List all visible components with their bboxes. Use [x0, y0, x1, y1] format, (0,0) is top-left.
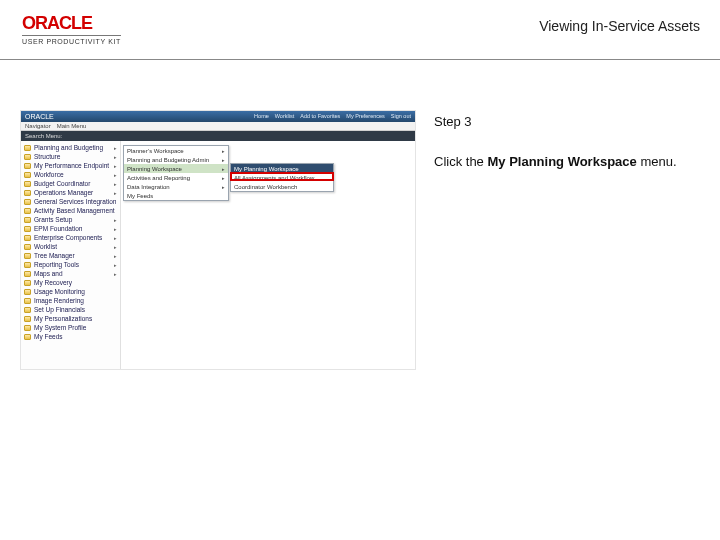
- left-menu-item[interactable]: Workforce▸: [23, 170, 118, 179]
- submenu-label: My Feeds: [127, 193, 153, 199]
- left-menu-item[interactable]: Maps and▸: [23, 269, 118, 278]
- chevron-right-icon: ▸: [114, 271, 117, 277]
- product-name: USER PRODUCTIVITY KIT: [22, 35, 121, 45]
- left-menu-item[interactable]: My Performance Endpoint▸: [23, 161, 118, 170]
- left-menu-label: Worklist: [34, 243, 57, 250]
- left-menu-item[interactable]: Planning and Budgeting▸: [23, 143, 118, 152]
- submenu-label: All Assignments and Workflow: [234, 175, 314, 181]
- left-menu-item[interactable]: Image Rendering: [23, 296, 118, 305]
- app-brand: ORACLE: [25, 113, 54, 120]
- left-menu-item[interactable]: Structure▸: [23, 152, 118, 161]
- submenu-item[interactable]: Planning Workspace▸: [124, 164, 228, 173]
- left-menu-label: Usage Monitoring: [34, 288, 85, 295]
- left-menu-item[interactable]: General Services Integration▸: [23, 197, 118, 206]
- step-text-after: menu.: [637, 154, 677, 169]
- folder-icon: [24, 325, 31, 331]
- submenu-label: Activities and Reporting: [127, 175, 190, 181]
- folder-icon: [24, 208, 31, 214]
- left-menu-item[interactable]: Budget Coordinator▸: [23, 179, 118, 188]
- step-label: Step 3: [434, 114, 686, 129]
- folder-icon: [24, 334, 31, 340]
- left-menu-label: Enterprise Components: [34, 234, 102, 241]
- submenu-label: Planner’s Workspace: [127, 148, 184, 154]
- folder-icon: [24, 280, 31, 286]
- submenu-item[interactable]: My Feeds: [124, 191, 228, 200]
- topnav-signout[interactable]: Sign out: [391, 113, 411, 119]
- topnav-home[interactable]: Home: [254, 113, 269, 119]
- searchbar-label: Search Menu:: [25, 133, 62, 139]
- left-menu-item[interactable]: Set Up Financials: [23, 305, 118, 314]
- left-menu-label: EPM Foundation: [34, 225, 82, 232]
- left-menu-item[interactable]: Reporting Tools▸: [23, 260, 118, 269]
- submenu2-item[interactable]: Coordinator Workbench: [231, 182, 333, 191]
- folder-icon: [24, 289, 31, 295]
- submenu-2: My Planning Workspace All Assignments an…: [230, 163, 334, 192]
- folder-icon: [24, 181, 31, 187]
- left-menu-label: My Recovery: [34, 279, 72, 286]
- topnav-prefs[interactable]: My Preferences: [346, 113, 385, 119]
- left-menu-item[interactable]: My Feeds: [23, 332, 118, 341]
- chevron-right-icon: ▸: [114, 244, 117, 250]
- left-menu-item[interactable]: My System Profile: [23, 323, 118, 332]
- folder-icon: [24, 145, 31, 151]
- submenu-1: Planner’s Workspace▸ Planning and Budget…: [123, 145, 229, 201]
- step-instruction: Click the My Planning Workspace menu.: [434, 153, 686, 171]
- left-menu-item[interactable]: Worklist▸: [23, 242, 118, 251]
- submenu2-item[interactable]: All Assignments and Workflow: [231, 173, 333, 182]
- topnav-favorites[interactable]: Add to Favorites: [300, 113, 340, 119]
- chevron-right-icon: ▸: [114, 217, 117, 223]
- app-screenshot: ORACLE Home Worklist Add to Favorites My…: [20, 110, 416, 370]
- left-menu-item[interactable]: Tree Manager▸: [23, 251, 118, 260]
- submenu-item[interactable]: Activities and Reporting▸: [124, 173, 228, 182]
- left-menu-item[interactable]: Usage Monitoring: [23, 287, 118, 296]
- left-menu-item[interactable]: Grants Setup▸: [23, 215, 118, 224]
- left-menu-label: Operations Manager: [34, 189, 93, 196]
- submenu-item[interactable]: Planner’s Workspace▸: [124, 146, 228, 155]
- app-searchbar: Search Menu:: [21, 131, 415, 141]
- left-menu-item[interactable]: My Recovery: [23, 278, 118, 287]
- left-menu-label: General Services Integration: [34, 198, 116, 205]
- chevron-right-icon: ▸: [114, 235, 117, 241]
- submenu2-item-my-planning-workspace[interactable]: My Planning Workspace: [231, 164, 333, 173]
- folder-icon: [24, 199, 31, 205]
- chevron-right-icon: ▸: [114, 190, 117, 196]
- chevron-right-icon: ▸: [114, 226, 117, 232]
- folder-icon: [24, 298, 31, 304]
- folder-icon: [24, 253, 31, 259]
- folder-icon: [24, 316, 31, 322]
- folder-icon: [24, 154, 31, 160]
- step-text-bold: My Planning Workspace: [487, 154, 636, 169]
- oracle-logo: ORACLE: [22, 14, 121, 32]
- left-menu-item[interactable]: Operations Manager▸: [23, 188, 118, 197]
- left-menu-label: Planning and Budgeting: [34, 144, 103, 151]
- left-menu-label: Set Up Financials: [34, 306, 85, 313]
- chevron-right-icon: ▸: [114, 253, 117, 259]
- left-menu-item[interactable]: Enterprise Components▸: [23, 233, 118, 242]
- folder-icon: [24, 271, 31, 277]
- app-topnav: Home Worklist Add to Favorites My Prefer…: [254, 113, 411, 119]
- folder-icon: [24, 235, 31, 241]
- app-menubar: Navigator Main Menu: [21, 122, 415, 131]
- chevron-right-icon: ▸: [222, 184, 225, 190]
- chevron-right-icon: ▸: [222, 175, 225, 181]
- menubar-mainmenu[interactable]: Main Menu: [57, 123, 87, 129]
- topnav-worklist[interactable]: Worklist: [275, 113, 294, 119]
- submenu-label: Data Integration: [127, 184, 170, 190]
- left-menu-label: Reporting Tools: [34, 261, 79, 268]
- submenu-label: Coordinator Workbench: [234, 184, 297, 190]
- left-menu-item[interactable]: EPM Foundation▸: [23, 224, 118, 233]
- folder-icon: [24, 226, 31, 232]
- left-menu-item[interactable]: Activity Based Management▸: [23, 206, 118, 215]
- left-menu-label: Grants Setup: [34, 216, 72, 223]
- chevron-right-icon: ▸: [114, 154, 117, 160]
- submenu-label: Planning Workspace: [127, 166, 182, 172]
- menubar-navigator[interactable]: Navigator: [25, 123, 51, 129]
- left-menu-label: Structure: [34, 153, 60, 160]
- chevron-right-icon: ▸: [114, 163, 117, 169]
- left-menu-item[interactable]: My Personalizations: [23, 314, 118, 323]
- left-menu-label: My Feeds: [34, 333, 63, 340]
- submenu-item[interactable]: Data Integration▸: [124, 182, 228, 191]
- chevron-right-icon: ▸: [114, 181, 117, 187]
- chevron-right-icon: ▸: [222, 166, 225, 172]
- submenu-item[interactable]: Planning and Budgeting Admin▸: [124, 155, 228, 164]
